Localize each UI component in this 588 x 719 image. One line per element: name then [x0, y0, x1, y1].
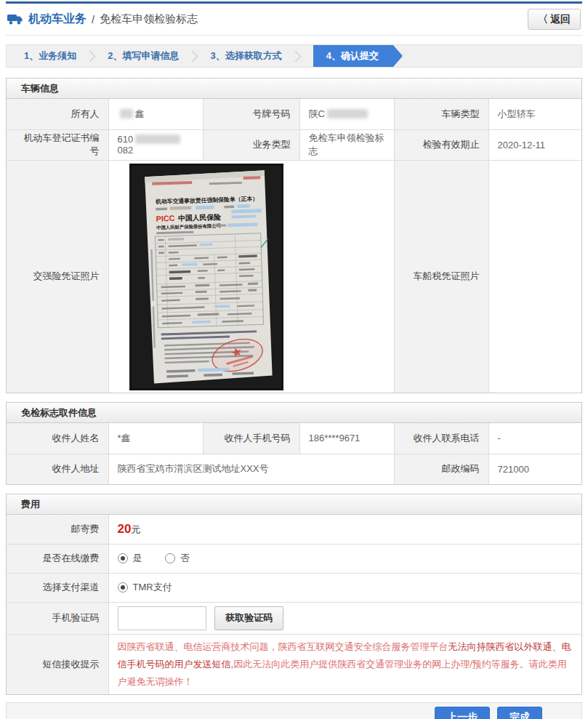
table-row: 收件人姓名 *鑫 收件人手机号码 186****9671 收件人联系电话 -: [7, 423, 583, 454]
step-4-confirm-submit: 4、确认提交: [313, 45, 393, 67]
plate-label: 号牌号码: [203, 99, 299, 129]
step-2-fill-application[interactable]: 2、填写申请信息: [105, 49, 182, 63]
recipient-name-value: *鑫: [108, 423, 203, 454]
registration-cert-value: 610082: [108, 129, 203, 160]
table-row: 是否在线缴费 是 否: [7, 544, 581, 573]
redacted-registration-number: [135, 134, 180, 144]
postage-label: 邮寄费: [7, 515, 108, 544]
sms-notice-label: 短信接收提示: [7, 634, 108, 694]
redacted-plate-number: [327, 109, 368, 119]
fee-section: 费用 邮寄费 20元 是否在线缴费 是 否: [6, 494, 582, 695]
recipient-name-label: 收件人姓名: [7, 423, 108, 454]
redacted-owner-name: [120, 109, 133, 119]
step-separator-icon: [187, 50, 198, 62]
radio-selected-icon: [118, 582, 128, 593]
table-row: 机动车登记证书编号 610082 业务类型 免检车申领检验标志 检验有效期止 2…: [7, 129, 583, 160]
table-row: 选择支付渠道 TMR支付: [7, 573, 581, 602]
pay-channel-label: 选择支付渠道: [7, 573, 108, 602]
plate-value: 陕C: [299, 99, 394, 129]
pickup-info-table: 收件人姓名 *鑫 收件人手机号码 186****9671 收件人联系电话 - 收…: [7, 423, 583, 484]
registration-cert-label: 机动车登记证书编号: [7, 129, 108, 160]
postage-value: 20元: [108, 515, 581, 544]
owner-label: 所有人: [7, 99, 108, 129]
svg-text:PICC: PICC: [156, 214, 174, 223]
radio-selected-icon: [118, 553, 128, 563]
vehicle-type-label: 车辆类型: [394, 99, 488, 129]
tax-photo-cell: [488, 160, 583, 393]
back-button[interactable]: 〈 返回: [528, 9, 581, 30]
captcha-cell: 获取验证码: [108, 602, 581, 634]
footer-bar: 上一步 完成: [6, 702, 582, 719]
table-row: 所有人 鑫 号牌号码 陕C 车辆类型 小型轿车: [7, 99, 583, 129]
recipient-mobile-label: 收件人手机号码: [203, 423, 299, 454]
table-row: 邮寄费 20元: [7, 515, 581, 544]
steps-bar: 1、业务须知 2、填写申请信息 3、选择获取方式 4、确认提交: [6, 44, 582, 68]
breadcrumb-page: 免检车申领检验标志: [100, 12, 198, 26]
inspection-valid-value: 2020-12-11: [488, 129, 583, 160]
breadcrumb: 机动车业务 / 免检车申领检验标志: [7, 12, 198, 27]
back-button-label: 返回: [550, 13, 571, 26]
pay-channel-options: TMR支付: [108, 573, 581, 602]
postcode-value: 721000: [488, 454, 583, 484]
online-pay-label: 是否在线缴费: [7, 544, 108, 573]
recipient-phone-label: 收件人联系电话: [394, 423, 488, 454]
table-row: 收件人地址 陕西省宝鸡市渭滨区测试地址XXX号 邮政编码 721000: [7, 454, 583, 484]
postage-amount: 20: [118, 522, 132, 536]
step-1-business-notice[interactable]: 1、业务须知: [21, 49, 79, 63]
prev-step-button[interactable]: 上一步: [435, 707, 490, 719]
fee-table: 邮寄费 20元 是否在线缴费 是 否: [7, 515, 581, 694]
pickup-info-title: 免检标志取件信息: [7, 403, 581, 423]
radio-unselected-icon: [165, 553, 175, 563]
online-pay-no-radio[interactable]: 否: [165, 552, 190, 565]
insurance-photo-label: 交强险凭证照片: [7, 160, 108, 393]
get-captcha-button[interactable]: 获取验证码: [214, 606, 283, 630]
recipient-phone-value: -: [488, 423, 583, 454]
table-row: 短信接收提示 因陕西省联通、电信运营商技术问题，陕西省互联网交通安全综合服务管理…: [7, 634, 581, 694]
recipient-mobile-value: 186****9671: [299, 423, 394, 454]
business-type-label: 业务类型: [203, 129, 299, 160]
insurance-photo-cell: 机动车交通事故责任强制保险单（正本） PICC 中国人民保险 中国人民财产保险股…: [108, 160, 394, 393]
breadcrumb-section[interactable]: 机动车业务: [28, 12, 86, 27]
recipient-address-value: 陕西省宝鸡市渭滨区测试地址XXX号: [108, 454, 394, 484]
vehicle-info-section: 车辆信息 所有人 鑫 号牌号码 陕C 车辆类型 小型轿车 机动车登记证书编号 6…: [6, 78, 582, 393]
vehicle-info-table: 所有人 鑫 号牌号码 陕C 车辆类型 小型轿车 机动车登记证书编号 610082…: [7, 99, 583, 393]
table-row: 手机验证码 获取验证码: [7, 602, 581, 634]
online-pay-yes-radio[interactable]: 是: [118, 552, 142, 565]
recipient-address-label: 收件人地址: [7, 454, 108, 484]
vehicle-info-title: 车辆信息: [7, 79, 581, 99]
sms-notice-text: 因陕西省联通、电信运营商技术问题，陕西省互联网交通安全综合服务管理平台无法向持陕…: [108, 634, 581, 694]
online-pay-options: 是 否: [108, 544, 581, 573]
captcha-label: 手机验证码: [7, 602, 108, 634]
step-separator-icon: [289, 50, 301, 62]
vehicle-type-value: 小型轿车: [488, 99, 583, 129]
vehicle-truck-icon: [7, 14, 23, 25]
pickup-info-section: 免检标志取件信息 收件人姓名 *鑫 收件人手机号码 186****9671 收件…: [6, 402, 582, 485]
insurance-policy-photo[interactable]: 机动车交通事故责任强制保险单（正本） PICC 中国人民保险 中国人民财产保险股…: [128, 164, 285, 390]
step-separator-icon: [84, 50, 96, 62]
table-row: 交强险凭证照片 机动车交通事故责任强制保险单（正本）: [7, 160, 583, 393]
captcha-input[interactable]: [118, 606, 206, 630]
owner-value: 鑫: [108, 99, 203, 129]
tax-photo-label: 车船税凭证照片: [394, 160, 488, 393]
pay-channel-tmr-radio[interactable]: TMR支付: [118, 581, 172, 594]
page: 机动车业务 / 免检车申领检验标志 〈 返回 1、业务须知 2、填写申请信息 3…: [6, 1, 582, 719]
back-chevron-icon: 〈: [538, 13, 548, 26]
fee-title: 费用: [7, 494, 581, 515]
breadcrumb-divider: /: [92, 13, 94, 25]
business-type-value: 免检车申领检验标志: [299, 129, 394, 160]
svg-text:中国人民保险: 中国人民保险: [177, 213, 220, 222]
finish-button[interactable]: 完成: [497, 707, 542, 719]
postcode-label: 邮政编码: [394, 454, 488, 484]
step-3-choose-method[interactable]: 3、选择获取方式: [207, 49, 284, 63]
postage-unit: 元: [131, 524, 140, 535]
inspection-valid-label: 检验有效期止: [394, 129, 488, 160]
page-header: 机动车业务 / 免检车申领检验标志 〈 返回: [6, 4, 582, 36]
